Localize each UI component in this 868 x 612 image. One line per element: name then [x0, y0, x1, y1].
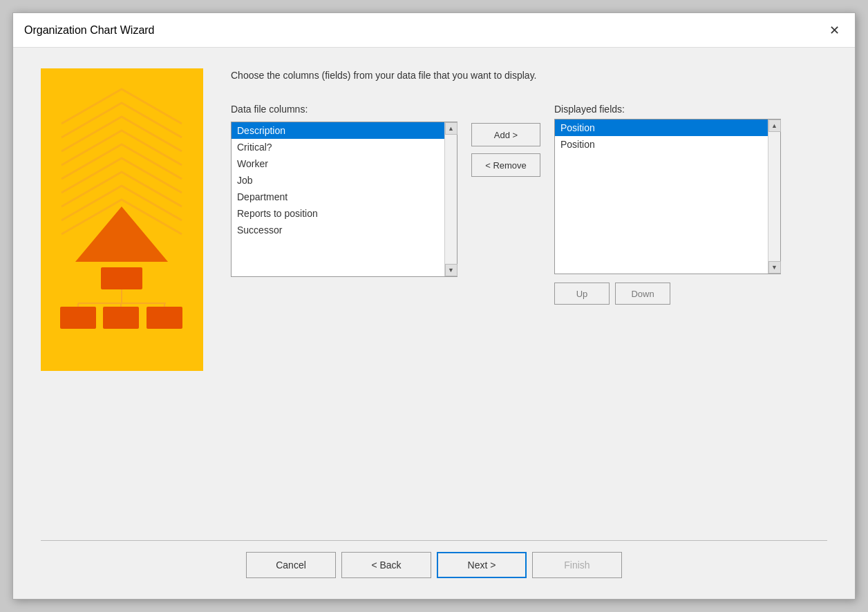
down-button[interactable]: Down	[615, 283, 670, 305]
scroll-track	[768, 132, 780, 261]
list-item[interactable]: Successor	[232, 222, 444, 238]
instruction-text: Choose the columns (fields) from your da…	[231, 68, 827, 83]
dialog-title: Organization Chart Wizard	[24, 24, 155, 37]
scroll-up-arrow[interactable]: ▲	[768, 119, 781, 132]
list-item[interactable]: Position	[555, 119, 768, 136]
list-item[interactable]: Reports to position	[232, 205, 444, 222]
right-panel: Choose the columns (fields) from your da…	[231, 68, 827, 526]
list-item[interactable]: Description	[232, 122, 444, 139]
list-item[interactable]: Critical?	[232, 139, 444, 155]
list-item[interactable]: Worker	[232, 155, 444, 172]
remove-button[interactable]: < Remove	[471, 153, 540, 177]
back-button[interactable]: < Back	[341, 552, 431, 578]
list-item[interactable]: Department	[232, 189, 444, 205]
data-columns-label: Data file columns:	[231, 104, 457, 115]
data-columns-section: Data file columns: Description Critical?…	[231, 104, 457, 277]
cancel-button[interactable]: Cancel	[246, 552, 336, 578]
svg-rect-4	[103, 307, 139, 329]
svg-rect-5	[147, 307, 182, 329]
finish-button[interactable]: Finish	[532, 552, 622, 578]
dialog-window: Organization Chart Wizard ✕	[12, 12, 856, 600]
displayed-fields-label: Displayed fields:	[554, 104, 781, 115]
svg-rect-2	[101, 267, 142, 289]
next-button[interactable]: Next >	[437, 552, 527, 578]
list-item[interactable]: Position	[555, 136, 768, 153]
add-button[interactable]: Add >	[471, 123, 540, 146]
scroll-down-arrow[interactable]: ▼	[445, 264, 457, 276]
dialog-body: Choose the columns (fields) from your da…	[13, 48, 855, 599]
footer-separator	[41, 540, 827, 541]
displayed-fields-list-inner: Position Position	[555, 119, 768, 274]
displayed-fields-scrollbar: ▲ ▼	[768, 119, 780, 274]
displayed-fields-listbox: Position Position ▲ ▼	[554, 119, 781, 274]
scroll-track	[445, 135, 457, 264]
columns-section: Data file columns: Description Critical?…	[231, 104, 827, 526]
data-columns-scrollbar: ▲ ▼	[444, 122, 457, 276]
content-area: Choose the columns (fields) from your da…	[41, 68, 827, 526]
data-columns-list-inner: Description Critical? Worker Job Departm…	[232, 122, 444, 276]
close-button[interactable]: ✕	[824, 21, 844, 40]
svg-rect-3	[60, 307, 96, 329]
middle-buttons: Add > < Remove	[457, 123, 554, 177]
data-columns-listbox: Description Critical? Worker Job Departm…	[231, 122, 457, 277]
scroll-up-arrow[interactable]: ▲	[445, 122, 457, 135]
title-bar: Organization Chart Wizard ✕	[13, 13, 855, 48]
list-item[interactable]: Job	[232, 172, 444, 189]
up-button[interactable]: Up	[554, 283, 610, 305]
up-down-buttons: Up Down	[554, 283, 781, 305]
wizard-illustration	[41, 68, 203, 371]
footer: Cancel < Back Next > Finish	[41, 552, 827, 585]
displayed-fields-section: Displayed fields: Position Position ▲ ▼	[554, 104, 781, 305]
scroll-down-arrow[interactable]: ▼	[768, 261, 781, 274]
